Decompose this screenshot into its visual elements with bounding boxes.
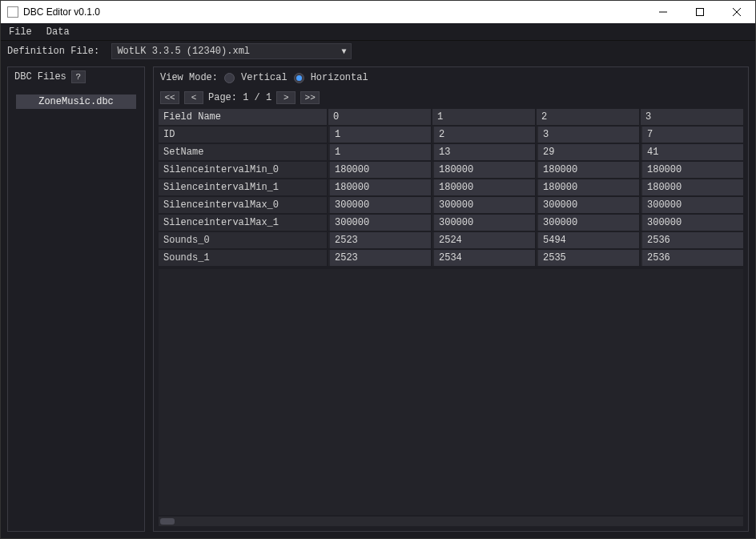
data-cell[interactable]: 300000	[641, 215, 743, 231]
grid-header-row: Field Name 0 1 2 3	[159, 109, 743, 125]
file-item[interactable]: ZoneMusic.dbc	[16, 95, 136, 109]
data-cell[interactable]: 7	[641, 127, 743, 143]
data-cell[interactable]: 180000	[641, 179, 743, 195]
data-cell[interactable]: 300000	[328, 215, 431, 231]
table-row: SilenceintervalMax_130000030000030000030…	[159, 215, 743, 231]
titlebar: DBC Editor v0.1.0	[1, 1, 755, 23]
data-cell[interactable]: 2535	[537, 250, 639, 266]
window-title: DBC Editor v0.1.0	[23, 6, 645, 18]
data-cell[interactable]: 2536	[641, 250, 743, 266]
header-field-name: Field Name	[159, 109, 327, 125]
close-button[interactable]	[718, 1, 755, 23]
page-prev-button[interactable]: <	[184, 91, 203, 104]
minimize-button[interactable]	[645, 1, 682, 23]
data-cell[interactable]: 180000	[328, 179, 431, 195]
data-cell[interactable]: 300000	[432, 197, 535, 213]
table-row: ID1237	[159, 127, 743, 143]
data-cell[interactable]: 300000	[641, 197, 743, 213]
data-cell[interactable]: 2523	[328, 250, 431, 266]
sidebar-title: DBC Files	[14, 71, 66, 82]
data-cell[interactable]: 2536	[641, 232, 743, 248]
radio-vertical[interactable]	[224, 73, 235, 83]
page-first-button[interactable]: <<	[160, 91, 179, 104]
pager: << < Page: 1 / 1 > >>	[154, 88, 748, 107]
page-last-button[interactable]: >>	[300, 91, 320, 104]
definition-row: Definition File: WotLK 3.3.5 (12340).xml…	[1, 41, 755, 62]
header-col-3: 3	[641, 109, 743, 125]
data-grid: Field Name 0 1 2 3 ID1237SetName11329 41…	[157, 107, 745, 267]
data-cell[interactable]: 300000	[537, 197, 639, 213]
menubar: File Data	[1, 23, 755, 41]
grid-empty-area	[159, 269, 743, 515]
data-cell[interactable]: 180000	[537, 179, 639, 195]
data-cell[interactable]: 300000	[328, 197, 431, 213]
header-col-2: 2	[537, 109, 639, 125]
data-cell[interactable]: 5494	[537, 232, 639, 248]
data-cell[interactable]: 180000	[328, 162, 431, 178]
horizontal-scrollbar[interactable]	[159, 517, 743, 526]
table-row: SetName11329 41	[159, 144, 743, 160]
radio-vertical-label: Vertical	[241, 72, 288, 83]
data-cell[interactable]: 2524	[432, 232, 535, 248]
data-cell[interactable]: 1	[328, 127, 431, 143]
definition-label: Definition File:	[7, 46, 105, 57]
view-mode-row: View Mode: Vertical Horizontal	[154, 67, 748, 88]
data-cell[interactable]: 13	[432, 144, 535, 160]
data-cell[interactable]: 180000	[432, 162, 535, 178]
data-cell[interactable]: 300000	[432, 215, 535, 231]
page-next-button[interactable]: >	[276, 91, 296, 104]
help-button[interactable]: ?	[71, 70, 86, 83]
main-row: DBC Files ? ZoneMusic.dbc View Mode: Ver…	[1, 62, 755, 538]
window-controls	[645, 1, 755, 23]
header-col-1: 1	[432, 109, 535, 125]
page-label: Page: 1 / 1	[208, 92, 271, 103]
field-name-cell: SilenceintervalMax_0	[159, 197, 327, 213]
data-cell[interactable]: 2523	[328, 232, 431, 248]
radio-horizontal[interactable]	[294, 73, 304, 83]
data-cell[interactable]: 1	[328, 144, 431, 160]
view-mode-label: View Mode:	[160, 72, 218, 83]
file-list: ZoneMusic.dbc	[8, 86, 144, 117]
app-icon	[7, 6, 18, 18]
data-cell[interactable]: 180000	[537, 162, 639, 178]
grid-wrap: Field Name 0 1 2 3 ID1237SetName11329 41…	[154, 107, 748, 531]
field-name-cell: SilenceintervalMin_0	[159, 162, 327, 178]
definition-select[interactable]: WotLK 3.3.5 (12340).xml ▼	[111, 43, 352, 59]
table-row: SilenceintervalMax_030000030000030000030…	[159, 197, 743, 213]
content-panel: View Mode: Vertical Horizontal << < Page…	[153, 66, 749, 532]
dropdown-icon: ▼	[341, 47, 346, 56]
header-col-0: 0	[328, 109, 431, 125]
field-name-cell: Sounds_1	[159, 250, 327, 266]
menu-file[interactable]: File	[9, 26, 32, 38]
data-cell[interactable]: 180000	[432, 179, 535, 195]
app-body: File Data Definition File: WotLK 3.3.5 (…	[1, 23, 755, 538]
table-row: SilenceintervalMin_118000018000018000018…	[159, 179, 743, 195]
radio-horizontal-label: Horizontal	[311, 72, 368, 83]
svg-rect-1	[697, 9, 704, 16]
sidebar: DBC Files ? ZoneMusic.dbc	[7, 66, 145, 532]
data-cell[interactable]: 2534	[432, 250, 535, 266]
field-name-cell: Sounds_0	[159, 232, 327, 248]
maximize-button[interactable]	[682, 1, 718, 23]
data-cell[interactable]: 180000	[641, 162, 743, 178]
field-name-cell: ID	[159, 127, 327, 143]
field-name-cell: SilenceintervalMin_1	[159, 179, 327, 195]
definition-value: WotLK 3.3.5 (12340).xml	[117, 46, 250, 57]
data-cell[interactable]: 300000	[537, 215, 639, 231]
table-row: Sounds_12523253425352536	[159, 250, 743, 266]
field-name-cell: SetName	[159, 144, 327, 160]
field-name-cell: SilenceintervalMax_1	[159, 215, 327, 231]
data-cell[interactable]: 2	[432, 127, 535, 143]
scrollbar-thumb[interactable]	[160, 518, 175, 525]
data-cell[interactable]: 41	[641, 144, 743, 160]
sidebar-header: DBC Files ?	[8, 67, 144, 86]
table-row: Sounds_02523252454942536	[159, 232, 743, 248]
app-window: DBC Editor v0.1.0 File Data Definition F…	[0, 0, 756, 539]
table-row: SilenceintervalMin_018000018000018000018…	[159, 162, 743, 178]
data-cell[interactable]: 3	[537, 127, 639, 143]
menu-data[interactable]: Data	[46, 26, 70, 38]
data-cell[interactable]: 29	[537, 144, 639, 160]
